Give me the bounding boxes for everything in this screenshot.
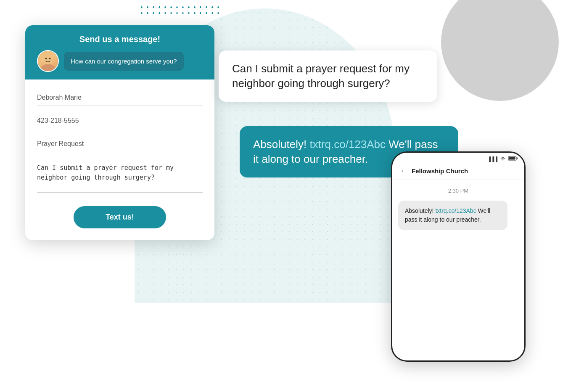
svg-rect-5 bbox=[509, 157, 515, 160]
phone-body: 2:30 PM Absolutely! txtrq.co/123Abc We'l… bbox=[392, 180, 524, 238]
svg-point-1 bbox=[41, 64, 55, 72]
avatar bbox=[37, 50, 59, 72]
phone-header: ← Fellowship Church bbox=[392, 163, 524, 180]
phone-message-link[interactable]: txtrq.co/123Abc bbox=[435, 207, 476, 214]
scene: Send us a message! How can our bbox=[0, 0, 584, 392]
avatar-face bbox=[38, 51, 58, 71]
svg-point-3 bbox=[49, 58, 51, 60]
name-input[interactable] bbox=[37, 90, 203, 106]
chat-message-row: How can our congregation serve you? bbox=[37, 50, 203, 72]
gray-decorative-circle bbox=[441, 0, 559, 101]
response-text-before-link: Absolutely! bbox=[253, 138, 309, 151]
user-question-text: Can I submit a prayer request for my nei… bbox=[232, 62, 410, 90]
phone-input[interactable] bbox=[37, 113, 203, 129]
chat-widget-title: Send us a message! bbox=[37, 34, 203, 44]
svg-point-0 bbox=[42, 54, 53, 65]
phone-message-bubble: Absolutely! txtrq.co/123Abc We'll pass i… bbox=[398, 201, 507, 230]
user-question-bubble: Can I submit a prayer request for my nei… bbox=[219, 50, 437, 102]
svg-rect-6 bbox=[517, 158, 518, 159]
phone-message-before-link: Absolutely! bbox=[405, 207, 435, 214]
phone-contact-name: Fellowship Church bbox=[412, 167, 468, 175]
phone-timestamp: 2:30 PM bbox=[398, 188, 518, 194]
phone-status-bar: ▐▐▐ bbox=[392, 153, 524, 163]
phone-mockup: ▐▐▐ ← Fellowship Church 2:30 PM Absolute… bbox=[391, 151, 526, 362]
agent-greeting-bubble: How can our congregation serve you? bbox=[64, 52, 184, 71]
message-textarea[interactable]: Can I submit a prayer request for my nei… bbox=[37, 159, 203, 193]
response-link[interactable]: txtrq.co/123Abc bbox=[309, 138, 386, 151]
topic-input[interactable] bbox=[37, 136, 203, 152]
back-arrow-icon[interactable]: ← bbox=[400, 167, 407, 175]
battery-icon bbox=[508, 156, 518, 162]
signal-icon: ▐▐▐ bbox=[488, 156, 497, 162]
wifi-icon bbox=[500, 156, 506, 162]
chat-widget-body: Can I submit a prayer request for my nei… bbox=[25, 79, 214, 240]
svg-point-2 bbox=[45, 58, 47, 60]
chat-widget-header: Send us a message! How can our bbox=[25, 25, 214, 79]
dots-decoration-top bbox=[139, 4, 223, 17]
text-us-button[interactable]: Text us! bbox=[74, 206, 166, 228]
chat-widget: Send us a message! How can our bbox=[25, 25, 214, 240]
